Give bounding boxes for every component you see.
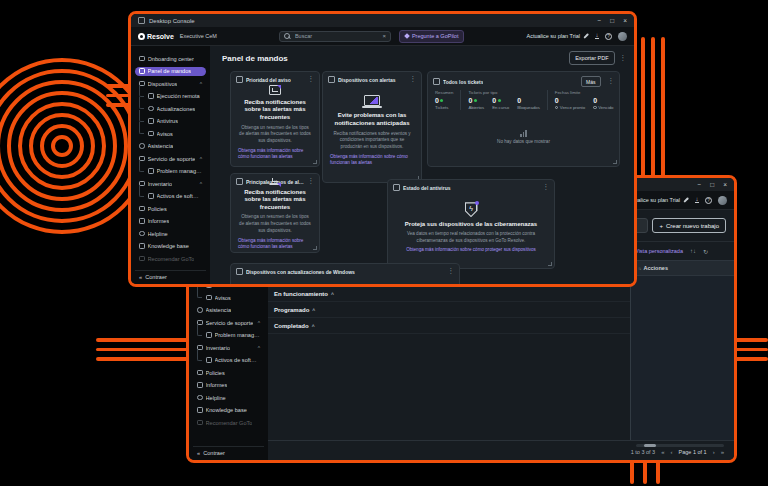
sort-icon[interactable]: ↑↓ <box>690 248 696 254</box>
tickets-more-button[interactable]: Más <box>581 76 600 87</box>
last-page-button[interactable]: » <box>721 449 724 455</box>
close-button[interactable]: × <box>623 17 627 24</box>
maximize-button[interactable]: □ <box>710 181 714 188</box>
app-icon <box>138 17 145 24</box>
sidebar-item[interactable]: Inventario ^ <box>193 343 264 352</box>
avatar[interactable] <box>618 32 627 41</box>
sidebar-collapse-button[interactable]: « Contraer <box>193 446 264 456</box>
widget-menu-icon[interactable]: ⋮ <box>410 76 417 83</box>
sidebar-item[interactable]: Antivirus <box>144 117 206 126</box>
download-icon[interactable]: ↓ <box>595 33 599 39</box>
sidebar-item[interactable]: Recomendar GoTo <box>193 418 264 427</box>
chevron-up-icon[interactable]: ^ <box>331 291 334 297</box>
widget-menu-icon[interactable]: ⋮ <box>448 268 455 275</box>
download-icon[interactable]: ↓ <box>695 197 699 203</box>
learn-more-link[interactable]: Obtenga más información sobre cómo prote… <box>395 247 547 254</box>
sidebar-item[interactable]: Dispositivos ^ <box>135 79 206 88</box>
widget-menu-icon[interactable]: ⋮ <box>543 184 550 191</box>
antivirus-status-widget: Estado del antivirus ⋮ ϟ Proteja sus dis… <box>387 179 555 269</box>
widget-icon <box>393 184 400 191</box>
sidebar-item[interactable]: Activos de software <box>202 356 264 365</box>
upgrade-plan-link[interactable]: Actualice su plan Trial <box>527 33 590 39</box>
sidebar-item[interactable]: Informes <box>135 217 206 226</box>
next-page-button[interactable]: › <box>713 449 715 455</box>
tickets-by-type-group: Tickets por tipo 0 Abiertos 0 En curso <box>460 90 546 110</box>
tickets-due-soon-stat: 0 Vence pronto <box>555 97 585 110</box>
widget-menu-icon[interactable]: ⋮ <box>308 178 315 185</box>
actions-column-header[interactable]: ↑↓ Acciones <box>631 261 734 275</box>
pencil-icon <box>683 197 688 202</box>
learn-more-link[interactable]: Obtenga más información sobre cómo funci… <box>238 238 312 251</box>
sidebar-item[interactable]: Actualizaciones <box>144 104 206 113</box>
widget-icon <box>236 76 243 83</box>
minimize-button[interactable]: − <box>697 181 701 188</box>
knowledge-base-icon <box>139 243 145 249</box>
sidebar-item[interactable]: Problem management <box>202 331 264 340</box>
sidebar-item[interactable]: Avisos <box>144 129 206 138</box>
sidebar-item[interactable]: Informes <box>193 381 264 390</box>
sidebar-item[interactable]: Policies <box>135 204 206 213</box>
org-name: Executive CeM <box>180 33 217 39</box>
assistance-icon <box>197 307 203 313</box>
clock-icon <box>593 106 597 110</box>
resize-handle[interactable] <box>613 160 617 164</box>
sidebar-collapse-button[interactable]: « Contraer <box>135 270 206 280</box>
search-input-wrap[interactable]: × <box>279 31 391 42</box>
policies-icon <box>139 206 145 212</box>
sidebar-item[interactable]: Ejecución remota <box>144 92 206 101</box>
window-titlebar[interactable]: Desktop Console − □ × <box>131 14 634 27</box>
help-icon[interactable]: ? <box>705 197 712 204</box>
tickets-in-progress-stat: 0 En curso <box>492 97 509 110</box>
tickets-blocked-stat: 0 Bloqueados <box>517 97 540 110</box>
help-icon[interactable]: ? <box>605 33 612 40</box>
devices-with-alerts-widget: Dispositivos con alertas ⋮ Evite problem… <box>322 71 422 183</box>
sidebar-item[interactable]: Asistencia <box>135 142 206 151</box>
gopilot-button[interactable]: Pregunte a GoPilot <box>399 30 464 43</box>
sidebar-item[interactable]: Knowledge base <box>135 242 206 251</box>
sidebar-item[interactable]: Asistencia <box>193 306 264 315</box>
chevron-up-icon[interactable]: ^ <box>312 307 315 313</box>
antivirus-icon <box>148 118 154 124</box>
sidebar-item[interactable]: Servicio de soporte ^ <box>193 318 264 327</box>
close-button[interactable]: × <box>723 181 727 188</box>
scrollbar-thumb[interactable] <box>644 444 656 447</box>
column-sort-icon[interactable]: ↑↓ <box>638 266 641 271</box>
page-menu-icon[interactable]: ⋮ <box>620 55 627 62</box>
prev-page-button[interactable]: ‹ <box>671 449 673 455</box>
dashboard-icon <box>139 68 145 74</box>
widget-icon <box>433 78 440 85</box>
maximize-button[interactable]: □ <box>610 17 614 24</box>
resize-handle[interactable] <box>548 262 552 266</box>
sidebar-item[interactable]: Inventario ^ <box>135 179 206 188</box>
green-dot-icon <box>474 99 477 102</box>
sidebar-item[interactable]: Helpline <box>193 393 264 402</box>
first-page-button[interactable]: « <box>661 449 664 455</box>
search-clear-icon[interactable]: × <box>382 33 386 39</box>
sidebar-item[interactable]: Policies <box>193 368 264 377</box>
learn-more-link[interactable]: Obtenga más información sobre cómo funci… <box>238 148 312 161</box>
helpline-icon <box>197 395 203 401</box>
avatar[interactable] <box>718 196 727 205</box>
widget-menu-icon[interactable]: ⋮ <box>608 78 615 85</box>
sidebar-item[interactable]: Problem management <box>144 167 206 176</box>
create-job-button[interactable]: + Crear nuevo trabajo <box>652 218 726 233</box>
sidebar-item[interactable]: Recomendar GoTo <box>135 254 206 263</box>
sidebar-item[interactable]: Panel de mandos <box>135 67 206 76</box>
refresh-icon[interactable]: ↻ <box>703 248 708 255</box>
widget-menu-icon[interactable]: ⋮ <box>308 76 315 83</box>
sidebar-item[interactable]: Servicio de soporte ^ <box>135 154 206 163</box>
resize-handle[interactable] <box>313 246 317 250</box>
sidebar-item[interactable]: Avisos <box>202 293 264 302</box>
horizontal-scrollbar[interactable] <box>636 444 724 447</box>
sidebar-item[interactable]: Onboarding center <box>135 54 206 63</box>
clock-icon <box>555 106 559 110</box>
learn-more-link[interactable]: Obtenga más información sobre cómo funci… <box>330 154 414 167</box>
minimize-button[interactable]: − <box>597 17 601 24</box>
search-input[interactable] <box>293 32 379 40</box>
resize-handle[interactable] <box>313 160 317 164</box>
sidebar-item[interactable]: Knowledge base <box>193 406 264 415</box>
sidebar-item[interactable]: Helpline <box>135 229 206 238</box>
chevron-up-icon[interactable]: ^ <box>312 323 315 329</box>
sidebar-item[interactable]: Activos de software <box>144 192 206 201</box>
export-pdf-button[interactable]: Exportar PDF <box>569 51 614 65</box>
